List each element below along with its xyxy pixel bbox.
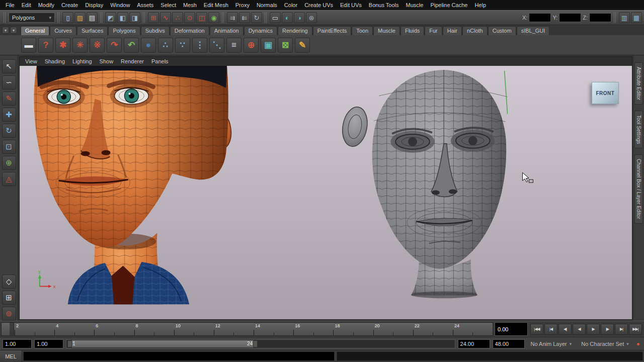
time-slider[interactable]: 2 4 6 8 10 12 [1,322,493,336]
toolbar-grip[interactable] [4,12,6,23]
output-connections-icon[interactable]: ⇇ [239,12,250,23]
snap-to-view-plane-icon[interactable]: ◫ [196,12,207,23]
paint-select-tool-icon[interactable]: ✎ [2,92,16,106]
open-render-view-icon[interactable]: ▭ [270,12,281,23]
soft-modification-tool-icon[interactable]: ◬ [2,172,16,186]
save-scene-icon[interactable]: ▤ [87,12,98,23]
joint-node-icon[interactable]: ∴ [158,38,173,53]
viewport-menu-item[interactable]: Shading [41,58,68,65]
undo-curve-icon[interactable]: ↶ [124,38,139,53]
toolbar-grip[interactable] [143,12,145,23]
snap-to-grid-icon[interactable]: ⊞ [148,12,159,23]
ipr-render-icon[interactable]: ◑ [294,12,305,23]
construction-history-icon[interactable]: ↻ [251,12,262,23]
menu-item[interactable]: Assets [133,1,157,10]
time-slider-frame[interactable]: 16 [293,323,333,335]
shelf-tab[interactable]: Custom [488,26,516,35]
help-icon[interactable]: ? [38,38,53,53]
toolbar-grip[interactable] [57,12,60,23]
current-frame-marker[interactable] [10,323,14,335]
shelf-tab[interactable]: General [21,26,49,35]
snap-to-projected-center-icon[interactable]: ⊙ [184,12,195,23]
scale-tool-icon[interactable]: ⊡ [2,140,16,154]
viewport-menu-item[interactable]: Renderer [117,58,147,65]
paint-effects-tool-icon[interactable]: ⊚ [2,307,16,321]
shelf-tab-selector[interactable]: ▾ [2,27,9,34]
paint-brush-icon[interactable]: ✎ [295,38,310,53]
snap-magnet-icon[interactable]: ⊕ [244,38,259,53]
play-forwards-button[interactable]: ▶ [587,324,600,335]
viewport-menu-item[interactable]: View [22,58,41,65]
shelf-tab[interactable]: Fluids [400,26,424,35]
toolbar-grip[interactable] [222,12,224,23]
joint-chain-icon[interactable]: ∵ [175,38,190,53]
range-start-handle[interactable]: 1 [72,341,75,346]
time-slider-frame[interactable]: 12 [214,323,254,335]
range-slider[interactable]: 1 24 [66,339,455,348]
menu-item[interactable]: Window [107,1,133,10]
menu-item[interactable]: Display [82,1,107,10]
menu-item[interactable]: Normals [253,1,281,10]
redo-curve-icon[interactable]: ↷ [107,38,122,53]
shelf-tab[interactable]: Toon [352,26,373,35]
move-tool-icon[interactable]: ✚ [2,108,16,122]
panel-layout-icon[interactable]: ▥ [619,12,630,23]
command-output-area[interactable] [337,351,643,361]
shelf-tab[interactable]: Muscle [373,26,400,35]
step-forward-frame-button[interactable]: ▶| [615,324,628,335]
ik-handle-icon[interactable]: ⋮ [192,38,207,53]
playback-end-field[interactable] [458,339,490,348]
playback-range-bar[interactable]: 1 24 [67,340,258,347]
grid-tool-icon[interactable]: ⊞ [2,291,16,305]
go-to-start-button[interactable]: |◀◀ [530,324,543,335]
play-backwards-button[interactable]: ◀ [573,324,586,335]
shelf-tab[interactable]: Rendering [278,26,312,35]
animation-end-field[interactable] [493,339,525,348]
menu-item[interactable]: Modify [35,1,58,10]
shelf-menu-button[interactable]: ▾ [10,27,17,34]
menu-item[interactable]: Create UVs [301,1,337,10]
render-current-frame-icon[interactable]: ◐ [282,12,293,23]
menu-item[interactable]: Help [471,1,490,10]
shelf-tab[interactable]: Polygons [108,26,140,35]
menu-item[interactable]: Mesh [180,1,200,10]
viewport-menu-item[interactable]: Show [96,58,117,65]
universal-manipulator-icon[interactable]: ⊕ [2,156,16,170]
anim-layer-dropdown[interactable]: No Anim Layer ▾ [527,339,576,348]
shelf-tab[interactable]: PaintEffects [313,26,352,35]
menu-set-selector[interactable]: Polygons ▾ [9,13,55,23]
menu-item[interactable]: Edit UVs [337,1,365,10]
shelf-tab[interactable]: Dynamics [244,26,277,35]
toolbar-grip[interactable] [265,12,267,23]
make-live-icon[interactable]: ◉ [208,12,219,23]
time-slider-frame[interactable]: 24 [453,323,493,335]
toolbar-grip[interactable] [100,12,103,23]
time-slider-frame[interactable]: 4 [54,323,94,335]
auto-keyframe-icon[interactable]: ● [635,340,641,347]
time-slider-frame[interactable]: 6 [94,323,134,335]
sphere-primitive-icon[interactable]: ● [141,38,156,53]
menu-item[interactable]: Create [58,1,82,10]
z-coordinate-field[interactable] [589,13,611,22]
menu-item[interactable]: Proxy [232,1,253,10]
step-back-frame-button[interactable]: |◀ [544,324,557,335]
outliner-icon[interactable]: ≡ [226,38,242,53]
render-settings-icon[interactable]: ⊛ [306,12,317,23]
viewport-menu-item[interactable]: Panels [148,58,172,65]
select-by-hierarchy-icon[interactable]: ◩ [105,12,116,23]
command-language-toggle[interactable]: MEL [0,350,22,362]
y-coordinate-field[interactable] [559,13,581,22]
shelf-tab[interactable]: Subdivs [141,26,170,35]
shelf-tab[interactable]: Deformation [170,26,209,35]
emitter-positive-icon[interactable]: ✳ [72,38,88,53]
menu-item[interactable]: Muscle [403,1,427,10]
menu-item[interactable]: Edit Mesh [200,1,232,10]
shelf-tab[interactable]: Animation [210,26,244,35]
viewport-3d-scene[interactable]: x y [20,66,632,319]
menu-item[interactable]: Edit [18,1,35,10]
menu-item[interactable]: Pipeline Cache [427,1,471,10]
snap-to-point-icon[interactable]: ∴ [172,12,183,23]
select-by-component-icon[interactable]: ◨ [129,12,140,23]
snap-to-curve-icon[interactable]: ∿ [160,12,171,23]
viewport-canvas[interactable]: x y FRONT [20,66,632,319]
